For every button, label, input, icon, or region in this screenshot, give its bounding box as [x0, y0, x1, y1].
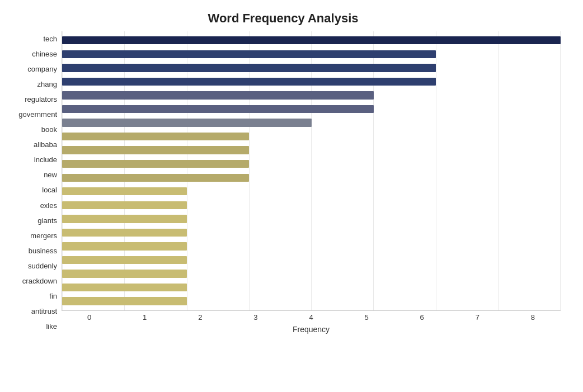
x-tick: 6: [394, 313, 450, 322]
bar-row: [62, 226, 561, 240]
bar: [62, 160, 249, 168]
bar-row: [62, 75, 561, 89]
bar: [62, 105, 374, 113]
bar: [62, 242, 187, 250]
y-label: suddenly: [28, 262, 57, 270]
bar-row: [62, 267, 561, 281]
bar-row: [62, 130, 561, 144]
y-label: government: [18, 111, 57, 118]
x-axis-title: Frequency: [62, 325, 561, 334]
bar-row: [62, 171, 561, 185]
bar: [62, 284, 187, 291]
bars-wrapper: [62, 31, 561, 310]
bar: [62, 229, 187, 237]
chart-container: Word Frequency Analysis techchinesecompa…: [0, 0, 583, 392]
chart-title: Word Frequency Analysis: [6, 11, 561, 26]
y-label: mergers: [30, 232, 57, 239]
grid-and-bars: [62, 31, 561, 311]
bar: [62, 78, 436, 86]
bar: [62, 215, 187, 223]
bar-row: [62, 253, 561, 267]
bar: [62, 297, 187, 305]
y-label: antitrust: [31, 308, 57, 315]
y-label: giants: [37, 217, 57, 224]
bar-row: [62, 185, 561, 199]
bar-row: [62, 48, 561, 62]
chart-area: techchinesecompanyzhangregulatorsgovernm…: [6, 31, 561, 334]
y-label: tech: [43, 35, 57, 42]
bar-row: [62, 199, 561, 212]
y-labels: techchinesecompanyzhangregulatorsgovernm…: [6, 31, 62, 334]
y-label: alibaba: [34, 141, 57, 148]
bar-row: [62, 143, 561, 157]
y-label: new: [44, 171, 57, 178]
bar: [62, 187, 187, 195]
bar-row: [62, 157, 561, 171]
x-tick: 3: [228, 313, 283, 322]
bar: [62, 64, 436, 72]
x-tick: 5: [339, 313, 394, 322]
x-tick: 4: [283, 313, 338, 322]
x-tick: 0: [62, 313, 117, 322]
x-tick: 7: [450, 313, 505, 322]
x-tick: 8: [505, 313, 561, 322]
y-label: chinese: [32, 50, 57, 58]
x-tick: 2: [172, 313, 228, 322]
bar-row: [62, 61, 561, 75]
bar: [62, 146, 249, 154]
bar-row: [62, 116, 561, 130]
bar: [62, 174, 249, 182]
bar: [62, 133, 249, 140]
bar: [62, 119, 312, 126]
bar-row: [62, 294, 561, 308]
y-label: include: [34, 156, 57, 163]
x-axis-labels: 012345678: [62, 313, 561, 322]
y-label: fin: [49, 292, 57, 300]
bars-and-grid: 012345678 Frequency: [62, 31, 561, 334]
y-label: zhang: [37, 81, 57, 88]
y-label: exles: [40, 202, 57, 209]
y-label: crackdown: [22, 277, 57, 285]
x-tick: 1: [117, 313, 172, 322]
bar-row: [62, 239, 561, 253]
bar-row: [62, 88, 561, 102]
y-label: business: [29, 247, 57, 254]
y-label: local: [42, 186, 57, 193]
bar-row: [62, 212, 561, 226]
bar: [62, 256, 187, 264]
bar-row: [62, 281, 561, 295]
bar-row: [62, 102, 561, 116]
y-label: company: [27, 65, 57, 73]
bar: [62, 50, 436, 58]
bar-row: [62, 34, 561, 48]
bar: [62, 201, 187, 209]
bar: [62, 91, 374, 99]
y-label: regulators: [25, 96, 57, 103]
bar: [62, 36, 561, 44]
y-label: like: [46, 323, 57, 330]
bar: [62, 270, 187, 277]
y-label: book: [41, 126, 57, 133]
